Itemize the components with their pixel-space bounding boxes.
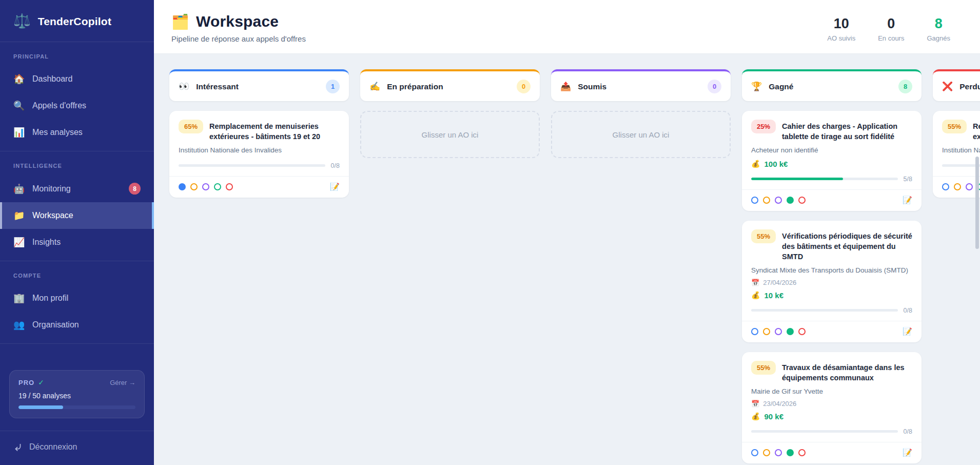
sidebar-item-organisation[interactable]: 👥 Organisation	[0, 312, 154, 338]
column-interessant: 👀 Intéressant 1 65% Remplacement de menu…	[169, 69, 349, 465]
calendar-icon: 📅	[751, 279, 759, 286]
stat-label: En cours	[878, 34, 904, 42]
cross-mark-icon: ❌	[942, 81, 953, 92]
card-progress: 0/8	[751, 307, 912, 314]
score-badge: 55%	[751, 229, 776, 243]
column-body: Glisser un AO ici	[551, 111, 731, 158]
status-dot[interactable]	[966, 183, 973, 190]
dropzone-label: Glisser un AO ici	[613, 130, 670, 139]
status-dot[interactable]	[751, 197, 758, 204]
money-bag-icon: 💰	[751, 160, 760, 168]
dropzone[interactable]: Glisser un AO ici	[551, 111, 731, 158]
plan-usage: 19 / 50 analyses	[18, 392, 135, 400]
score-badge: 65%	[179, 120, 203, 133]
status-dot[interactable]	[954, 183, 961, 190]
logout-button[interactable]: Déconnexion	[0, 431, 154, 465]
sidebar-item-dashboard[interactable]: 🏠 Dashboard	[0, 66, 154, 92]
status-dots	[751, 197, 806, 204]
column-name: Gagné	[769, 82, 793, 91]
memo-icon[interactable]: 📝	[903, 327, 912, 336]
ao-card[interactable]: 55% Travaux de désamiantage dans les équ…	[742, 352, 922, 463]
status-dot[interactable]	[798, 328, 806, 335]
sidebar-item-mon-profil[interactable]: 🏢 Mon profil	[0, 285, 154, 312]
dropzone-label: Glisser un AO ici	[422, 130, 479, 139]
column-name: Perdu	[959, 82, 980, 91]
card-footer: 📝	[742, 442, 922, 458]
ao-card[interactable]: 55% Vérifications périodiques de sécurit…	[742, 221, 922, 342]
sidebar-item-mes-analyses[interactable]: 📊 Mes analyses	[0, 119, 154, 146]
sidebar-item-workspace[interactable]: 📁 Workspace	[0, 202, 154, 229]
status-dot[interactable]	[763, 197, 770, 204]
page-title: Workspace	[196, 13, 279, 30]
column-name: Intéressant	[196, 82, 239, 91]
main: 🗂️ Workspace Pipeline de réponse aux app…	[154, 0, 980, 465]
plan-progress-fill	[18, 405, 63, 409]
column-header: 👀 Intéressant 1	[169, 69, 349, 101]
vertical-scrollbar-thumb[interactable]	[975, 157, 979, 249]
column-header: 📤 Soumis 0	[551, 69, 731, 101]
dropzone[interactable]: Glisser un AO ici	[360, 111, 540, 158]
column-count-badge: 0	[517, 80, 531, 93]
column-name: En préparation	[387, 82, 443, 91]
progress-label: 0/8	[331, 162, 340, 169]
score-badge: 55%	[751, 361, 776, 375]
status-dot[interactable]	[763, 328, 770, 335]
workspace-folder-icon: 🗂️	[171, 13, 189, 30]
plan-check-icon: ✓	[38, 378, 44, 386]
stat-label: Gagnés	[927, 34, 950, 42]
progress-label: 0/8	[904, 307, 912, 314]
status-dot[interactable]	[214, 183, 221, 190]
eyes-icon: 👀	[179, 81, 189, 92]
column-body: 25% Cahier des charges - Application tab…	[742, 111, 922, 463]
memo-icon[interactable]: 📝	[903, 196, 912, 205]
column-body: 65% Remplacement de menuiseries extérieu…	[169, 111, 349, 198]
money-bag-icon: 💰	[751, 412, 760, 420]
status-dot[interactable]	[775, 449, 782, 456]
status-dot[interactable]	[763, 449, 770, 456]
stat-label: AO suivis	[827, 34, 855, 42]
score-badge: 25%	[751, 120, 776, 133]
plan-manage-link[interactable]: Gérer →	[110, 379, 135, 386]
memo-icon[interactable]: 📝	[903, 448, 912, 457]
logout-icon	[13, 442, 23, 452]
plan-progress-track	[18, 405, 135, 409]
status-dot[interactable]	[787, 449, 794, 456]
card-buyer: Syndicat Mixte des Transports du Douaisi…	[751, 266, 912, 275]
status-dot[interactable]	[798, 449, 806, 456]
sidebar-item-appels-d-offres[interactable]: 🔍 Appels d'offres	[0, 92, 154, 119]
stat-gagnes: 8 Gagnés	[927, 16, 950, 42]
status-dot[interactable]	[787, 197, 794, 204]
status-dot[interactable]	[190, 183, 198, 190]
card-amount: 100 k€	[764, 160, 788, 168]
status-dot[interactable]	[226, 183, 233, 190]
ao-card[interactable]: 55% Remplacement de menuiseries extérieu…	[933, 111, 980, 198]
status-dot[interactable]	[202, 183, 209, 190]
status-dot[interactable]	[775, 328, 782, 335]
status-dot[interactable]	[798, 197, 806, 204]
ao-card[interactable]: 25% Cahier des charges - Application tab…	[742, 111, 922, 211]
stat-value: 0	[878, 16, 904, 32]
status-dot[interactable]	[775, 197, 782, 204]
progress-fill	[751, 178, 843, 180]
bar-chart-icon: 📊	[13, 127, 25, 138]
status-dot[interactable]	[751, 328, 758, 335]
memo-icon[interactable]: 📝	[330, 182, 340, 191]
sidebar-section-label: COMPTE	[0, 261, 154, 285]
card-title: Travaux de désamiantage dans les équipem…	[782, 361, 912, 383]
sidebar-item-label: Appels d'offres	[32, 101, 86, 110]
progress-label: 0/8	[904, 428, 912, 435]
column-count-badge: 0	[708, 80, 721, 93]
stat-value: 10	[827, 16, 855, 32]
sidebar-item-monitoring[interactable]: 🤖 Monitoring 8	[0, 175, 154, 202]
status-dot[interactable]	[179, 183, 186, 190]
ao-card[interactable]: 65% Remplacement de menuiseries extérieu…	[169, 111, 349, 198]
card-title: Remplacement de menuiseries extérieures …	[209, 120, 340, 142]
status-dot[interactable]	[787, 328, 794, 335]
status-dot[interactable]	[942, 183, 949, 190]
column-name: Soumis	[578, 82, 606, 91]
sidebar-item-insights[interactable]: 📈 Insights	[0, 229, 154, 256]
home-icon: 🏠	[13, 73, 25, 85]
plan-name: PRO	[18, 379, 34, 386]
people-icon: 👥	[13, 319, 25, 331]
status-dot[interactable]	[751, 449, 758, 456]
